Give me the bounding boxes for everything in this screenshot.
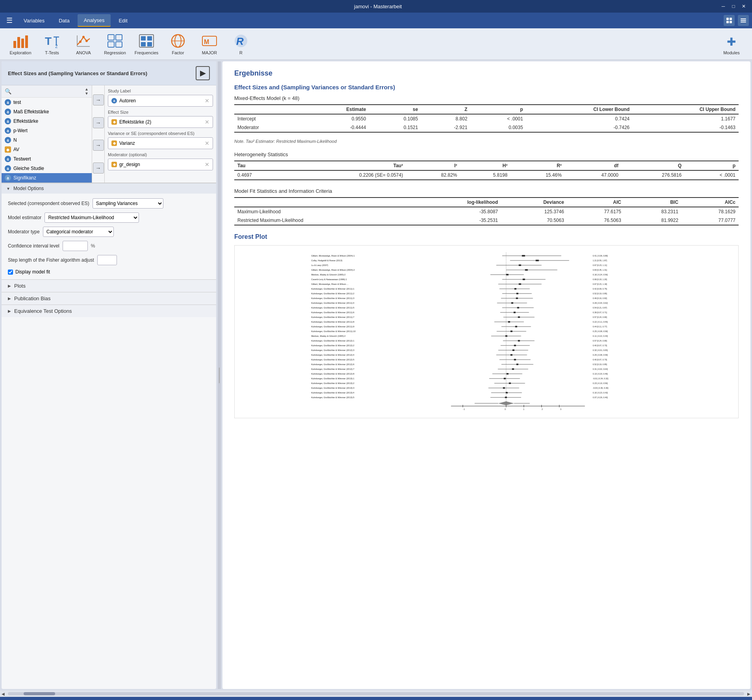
toolbar-modules[interactable]: ✚ Modules: [717, 30, 746, 58]
close-button[interactable]: ✕: [740, 3, 747, 10]
svg-text:Kuhnberger, Großbichler & Wimm: Kuhnberger, Großbichler & Wimmer (2011):…: [311, 292, 354, 295]
layout-toggle[interactable]: [724, 15, 735, 26]
var-item-mass-effektstarke[interactable]: a Maß Effektstärke: [2, 107, 92, 116]
ci-level-row: Confidence interval level 95 %: [8, 241, 210, 251]
selected-es-select[interactable]: Sampling Variances: [93, 198, 163, 209]
var-icon-mass: a: [5, 109, 11, 115]
var-item-effektstarke[interactable]: a Effektstärke: [2, 116, 92, 126]
toolbar-factor[interactable]: Factor: [164, 30, 192, 58]
bottom-scrollbar[interactable]: ◀ ▶: [0, 691, 752, 697]
var-item-signifikanz[interactable]: a Signifikanz: [2, 173, 92, 183]
mf-ml-aic: 77.6175: [567, 207, 624, 216]
svg-text:Kuhnberger, Großbichler & Wimm: Kuhnberger, Großbichler & Wimmer (2011):…: [311, 288, 354, 290]
toolbar-regression[interactable]: Regression: [101, 30, 129, 58]
menu-variables[interactable]: Variables: [17, 14, 51, 27]
mf-reml-name: Restricted Maximum-Likelihood: [234, 216, 411, 225]
left-panel: Effect Sizes and (Sampling Variances or …: [2, 61, 216, 689]
publication-bias-header[interactable]: ▶ Publication Bias: [2, 292, 216, 305]
svg-rect-25: [141, 36, 146, 41]
variance-clear-btn[interactable]: ✕: [205, 140, 209, 146]
settings-toggle[interactable]: [738, 15, 749, 26]
study-label-box[interactable]: a Autoren ✕: [108, 95, 213, 107]
var-item-testwert[interactable]: a Testwert: [2, 154, 92, 164]
ci-level-input[interactable]: 95: [63, 241, 88, 251]
col-header-ci-upper: CI Upper Bound: [633, 105, 739, 114]
equiv-chevron: ▶: [8, 309, 11, 313]
het-col-df: df: [565, 161, 622, 170]
svg-rect-10: [25, 35, 28, 48]
move-to-moderator-btn[interactable]: →: [93, 163, 104, 174]
scrollbar-thumb[interactable]: [24, 692, 55, 695]
var-icon-pwert: a: [5, 127, 11, 134]
svg-text:0.57 [0.24, 0.90]: 0.57 [0.24, 0.90]: [593, 340, 608, 342]
equivalence-header[interactable]: ▶ Equivalence Test Options: [2, 305, 216, 317]
model-fit-section: Model Fit Statistics and Information Cri…: [234, 188, 739, 225]
svg-text:Colby, Hodgskill & Roese (2013: Colby, Hodgskill & Roese (2013): [311, 259, 343, 262]
var-item-gleiche-studie[interactable]: a Gleiche Studie: [2, 164, 92, 173]
anova-label: ANOVA: [76, 50, 91, 55]
toolbar-exploration[interactable]: Exploration: [6, 30, 35, 58]
svg-text:Kuhnberger, Großbichler & Wimm: Kuhnberger, Großbichler & Wimmer (2013):…: [311, 392, 354, 394]
menu-analyses[interactable]: Analyses: [78, 14, 111, 27]
svg-point-18: [82, 36, 85, 38]
minimize-button[interactable]: ─: [720, 3, 727, 10]
toolbar-ttests[interactable]: T 2 T-Tests: [38, 30, 66, 58]
svg-text:Kuhnberger, Großbichler & Wimm: Kuhnberger, Großbichler & Wimmer (2013):…: [311, 377, 354, 380]
var-item-av[interactable]: ◆ AV: [2, 145, 92, 154]
statusbar: [0, 697, 752, 700]
hamburger-menu[interactable]: ☰: [3, 14, 16, 27]
move-to-study-btn[interactable]: →: [93, 94, 104, 105]
svg-rect-144: [517, 364, 519, 365]
svg-text:Medvec, Madey & Gilovich (1995: Medvec, Madey & Gilovich (1995):2: [311, 335, 346, 337]
move-to-variance-btn[interactable]: →: [93, 140, 104, 151]
svg-text:0.07 [-0.26, 0.40]: 0.07 [-0.26, 0.40]: [593, 396, 608, 399]
search-icon[interactable]: 🔍: [5, 88, 11, 94]
forest-plot-section: Forest Plot .study-label { font-size: 5.…: [234, 233, 739, 418]
cell-intercept-ci-upper: 1.1677: [633, 114, 739, 123]
svg-text:0.52 [0.19, 0.85]: 0.52 [0.19, 0.85]: [593, 292, 608, 295]
var-item-test[interactable]: a test: [2, 98, 92, 107]
model-options-section[interactable]: ▼ Model Options: [2, 183, 216, 194]
var-item-pwert[interactable]: a p-Wert: [2, 126, 92, 135]
menu-data[interactable]: Data: [52, 14, 76, 27]
menu-edit[interactable]: Edit: [112, 14, 133, 27]
toolbar-r[interactable]: R R: [227, 30, 255, 58]
het-df: 47.0000: [565, 170, 622, 180]
effect-size-box[interactable]: ◆ Effektstärke (2) ✕: [108, 116, 213, 128]
display-model-fit-checkbox[interactable]: [8, 270, 13, 275]
study-clear-btn[interactable]: ✕: [205, 98, 209, 104]
col-header-z: Z: [421, 105, 470, 114]
toolbar-anova[interactable]: ANOVA: [69, 30, 98, 58]
scroll-right-btn[interactable]: ▶: [746, 692, 752, 696]
effect-clear-btn[interactable]: ✕: [205, 119, 209, 125]
cell-intercept-p: < .0001: [470, 114, 526, 123]
equivalence-section: ▶ Equivalence Test Options: [2, 305, 216, 317]
var-item-n[interactable]: a N: [2, 135, 92, 145]
resize-handle[interactable]: [218, 61, 221, 689]
moderator-box[interactable]: ◆ gr_design ✕: [108, 159, 213, 170]
model-estimator-select[interactable]: Restricted Maximum-Likelihood: [44, 212, 139, 223]
toolbar-major[interactable]: M MAJOR: [195, 30, 224, 58]
scroll-left-btn[interactable]: ◀: [0, 692, 6, 696]
col-header-se: se: [369, 105, 421, 114]
move-to-effect-btn[interactable]: →: [93, 117, 104, 128]
scroll-down-arrow[interactable]: ▼: [85, 91, 89, 96]
major-label: MAJOR: [202, 50, 217, 55]
plots-header[interactable]: ▶ Plots: [2, 280, 216, 292]
svg-rect-116: [511, 331, 513, 332]
arrows-col: → → → →: [92, 85, 105, 183]
moderator-type-select[interactable]: Categorical moderator: [43, 227, 114, 237]
svg-text:✚: ✚: [727, 36, 736, 48]
scroll-up-arrow[interactable]: ▲: [85, 87, 89, 91]
svg-rect-80: [515, 288, 517, 290]
moderator-clear-btn[interactable]: ✕: [205, 161, 209, 168]
run-button[interactable]: ▶: [196, 66, 210, 80]
var-list-header: 🔍 ▲ ▼: [2, 85, 92, 98]
svg-text:Lu & Lawy (2007): Lu & Lawy (2007): [311, 264, 328, 266]
toolbar-frequencies[interactable]: Frequencies: [132, 30, 161, 58]
step-length-input[interactable]: 0.5: [97, 255, 117, 265]
moderator-field: Moderator (optional) ◆ gr_design ✕: [108, 152, 213, 170]
variance-box[interactable]: ◆ Varianz ✕: [108, 137, 213, 149]
maximize-button[interactable]: □: [730, 3, 737, 10]
selected-es-row: Selected (correspondent observed ES) Sam…: [8, 198, 210, 209]
